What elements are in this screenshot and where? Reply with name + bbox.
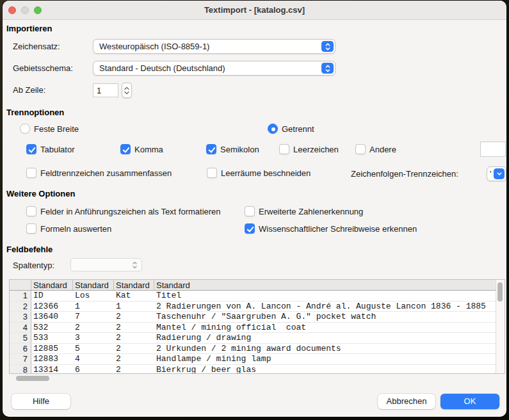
separated-label: Getrennt xyxy=(282,124,314,134)
semicolon-label: Semikolon xyxy=(220,145,259,154)
table-cell[interactable]: 2 xyxy=(114,344,154,354)
space-checkbox[interactable] xyxy=(279,144,289,154)
column-header[interactable]: Standard xyxy=(73,280,114,290)
text-import-dialog: Textimport - [katalog.csv] Importieren Z… xyxy=(3,1,506,417)
separated-radio[interactable] xyxy=(268,124,278,134)
table-cell[interactable]: 2 xyxy=(114,312,154,322)
vertical-scrollbar-thumb[interactable] xyxy=(497,282,503,302)
table-cell[interactable]: 2 xyxy=(73,323,114,333)
row-number: 4 xyxy=(10,323,31,333)
table-cell[interactable]: Radierung / drawing xyxy=(154,333,496,343)
table-cell[interactable]: Bierkrug / beer glas xyxy=(154,365,496,374)
table-cell[interactable]: 5 xyxy=(73,344,114,354)
table-row: 71288342Handlampe / mining lamp xyxy=(10,354,496,365)
preview-grid: StandardStandardStandardStandard 1IDLosK… xyxy=(10,280,496,373)
evaluate-formulas-label: Formeln auswerten xyxy=(40,224,111,234)
table-cell[interactable]: 2 xyxy=(114,333,154,343)
locale-label: Gebietsschema: xyxy=(13,63,73,73)
close-button[interactable] xyxy=(8,6,16,14)
evaluate-formulas-checkbox[interactable] xyxy=(26,223,36,234)
table-cell[interactable]: 12885 xyxy=(31,344,73,354)
table-cell[interactable]: 2 Urkunden / 2 mining award documents xyxy=(154,344,496,354)
table-cell[interactable]: Kat xyxy=(114,291,154,301)
row-number: 8 xyxy=(10,365,31,374)
section-import-heading: Importieren xyxy=(6,24,53,33)
trim-spaces-checkbox[interactable] xyxy=(207,168,217,178)
locale-select[interactable]: Standard - Deutsch (Deutschland) xyxy=(93,61,335,76)
column-header[interactable]: Standard xyxy=(31,280,73,290)
table-cell[interactable]: 12883 xyxy=(31,354,73,364)
space-label: Leerzeichen xyxy=(293,145,339,154)
zoom-button[interactable] xyxy=(34,6,42,14)
table-row: 81331462Bierkrug / beer glas xyxy=(10,365,496,374)
row-number: 5 xyxy=(10,333,31,343)
row-number: 1 xyxy=(10,291,31,301)
fixed-width-radio[interactable] xyxy=(20,124,30,134)
row-number: 7 xyxy=(10,354,31,364)
section-fields-heading: Feldbefehle xyxy=(6,245,53,254)
charset-label: Zeichensatz: xyxy=(13,42,60,51)
table-cell[interactable]: 533 xyxy=(31,333,73,343)
table-cell[interactable]: Taschenuhr / "Saargruben A. G." pocket w… xyxy=(154,312,496,322)
table-cell[interactable]: Los xyxy=(73,291,114,301)
preview-table-header: StandardStandardStandardStandard xyxy=(10,280,496,291)
ok-button[interactable]: OK xyxy=(440,394,499,409)
cancel-button[interactable]: Abbrechen xyxy=(378,394,435,409)
other-separator-input[interactable] xyxy=(480,141,506,157)
chevron-up-down-icon xyxy=(321,41,334,52)
fixed-width-label: Feste Breite xyxy=(34,124,79,134)
column-header[interactable]: Standard xyxy=(154,280,496,290)
table-cell[interactable]: Titel xyxy=(154,291,496,301)
chevron-down-icon xyxy=(494,168,505,179)
help-button[interactable]: Hilfe xyxy=(12,394,70,409)
window-title: Textimport - [katalog.csv] xyxy=(3,1,506,19)
merge-delimiters-checkbox[interactable] xyxy=(26,168,36,178)
table-cell[interactable]: 2 xyxy=(114,323,154,333)
table-cell[interactable]: 13314 xyxy=(31,365,73,374)
vertical-scrollbar[interactable] xyxy=(496,280,505,373)
quoted-as-text-checkbox[interactable] xyxy=(26,206,36,216)
table-cell[interactable]: 2 Radierungen von A. Lancon - André al. … xyxy=(154,302,496,312)
horizontal-scrollbar-thumb[interactable] xyxy=(16,376,49,381)
semicolon-checkbox[interactable] xyxy=(206,144,216,154)
table-cell[interactable]: 532 xyxy=(31,323,73,333)
table-cell[interactable]: 2 xyxy=(114,354,154,364)
table-cell[interactable]: Mantel / mining official coat xyxy=(154,323,496,333)
chevron-up-down-icon xyxy=(132,261,138,271)
scientific-notation-checkbox[interactable] xyxy=(245,223,255,234)
from-row-stepper[interactable] xyxy=(122,83,132,98)
table-row: 453222Mantel / mining official coat xyxy=(10,323,496,334)
table-cell[interactable]: 4 xyxy=(73,354,114,364)
row-number: 6 xyxy=(10,344,31,354)
section-separator-heading: Trennoptionen xyxy=(6,108,64,117)
minimize-button xyxy=(21,6,29,14)
column-header[interactable]: Standard xyxy=(114,280,154,290)
table-cell[interactable]: 7 xyxy=(73,312,114,322)
table-cell[interactable]: 13640 xyxy=(31,312,73,322)
from-row-label: Ab Zeile: xyxy=(13,85,45,95)
table-row: 612885522 Urkunden / 2 mining award docu… xyxy=(10,344,496,355)
string-delimiter-combobox[interactable]: ' xyxy=(487,166,506,181)
from-row-input[interactable]: 1 xyxy=(93,83,118,97)
tab-checkbox[interactable] xyxy=(26,144,36,154)
chevron-up-icon xyxy=(124,86,130,90)
table-cell[interactable]: 12366 xyxy=(31,302,73,312)
row-number: 3 xyxy=(10,312,31,322)
table-cell[interactable]: 6 xyxy=(73,365,114,374)
table-row: 212366112 Radierungen von A. Lancon - An… xyxy=(10,302,496,312)
charset-select[interactable]: Westeuropäisch (ISO-8859-1) xyxy=(93,39,335,54)
table-cell[interactable]: 2 xyxy=(114,365,154,374)
scientific-notation-label: Wissenschaftlicher Schreibweise erkennen xyxy=(259,224,417,234)
detect-numbers-checkbox[interactable] xyxy=(245,206,255,216)
table-cell[interactable]: Handlampe / mining lamp xyxy=(154,354,496,364)
table-cell[interactable]: 1 xyxy=(73,302,114,312)
table-row: 553332Radierung / drawing xyxy=(10,333,496,344)
chevron-down-icon xyxy=(124,91,130,95)
table-cell[interactable]: 1 xyxy=(114,302,154,312)
table-cell[interactable]: 3 xyxy=(73,333,114,343)
other-checkbox[interactable] xyxy=(355,144,366,154)
locale-value: Standard - Deutsch (Deutschland) xyxy=(99,61,225,75)
row-number-header xyxy=(10,280,31,290)
comma-checkbox[interactable] xyxy=(120,144,131,154)
table-cell[interactable]: ID xyxy=(31,291,73,301)
